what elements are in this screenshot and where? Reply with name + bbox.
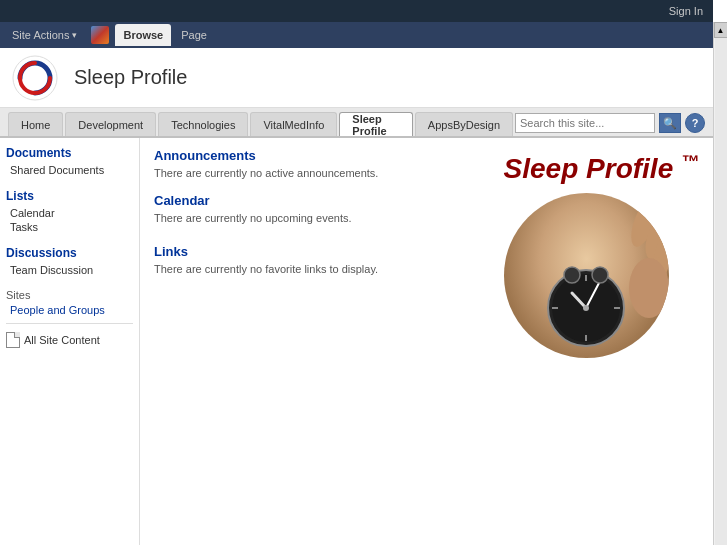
search-button[interactable]: 🔍 [659,113,681,133]
sidebar-people-groups[interactable]: People and Groups [6,303,133,317]
sidebar-discussions-title[interactable]: Discussions [6,246,133,260]
tab-home[interactable]: Home [8,112,63,136]
sidebar-calendar[interactable]: Calendar [6,206,133,220]
scrollbar[interactable]: ▲ ▼ [713,22,727,545]
page-tab[interactable]: Page [173,24,215,46]
calendar-title[interactable]: Calendar [154,193,494,208]
sidebar-shared-documents[interactable]: Shared Documents [6,163,133,177]
announcements-title[interactable]: Announcements [154,148,494,163]
browse-tab[interactable]: Browse [115,24,171,46]
site-logo-icon[interactable] [91,26,109,44]
tab-vitalmedinfo[interactable]: VitalMedInfo [250,112,337,136]
scroll-up-button[interactable]: ▲ [714,22,728,38]
site-actions-menu[interactable]: Site Actions [4,24,85,46]
svg-point-15 [564,267,580,283]
brand-title: Sleep Profile ™ [504,152,699,185]
tab-technologies[interactable]: Technologies [158,112,248,136]
site-logo [10,53,60,103]
help-button[interactable]: ? [685,113,705,133]
signin-button[interactable]: Sign In [669,5,703,17]
scroll-track [715,38,727,545]
sidebar-documents-title[interactable]: Documents [6,146,133,160]
search-input[interactable] [515,113,655,133]
help-icon: ? [692,117,699,129]
all-site-content-link[interactable]: All Site Content [6,332,133,348]
svg-point-5 [629,258,669,318]
sidebar-lists-title[interactable]: Lists [6,189,133,203]
document-icon [6,332,20,348]
links-text: There are currently no favorite links to… [154,263,494,275]
tab-development[interactable]: Development [65,112,156,136]
sidebar-tasks[interactable]: Tasks [6,220,133,234]
clock-image [504,193,669,358]
sidebar-sites-header: Sites [6,289,133,301]
search-icon: 🔍 [663,117,677,130]
announcements-text: There are currently no active announceme… [154,167,494,179]
sidebar-team-discussion[interactable]: Team Discussion [6,263,133,277]
tab-sleepprofile[interactable]: Sleep Profile [339,112,413,136]
site-title: Sleep Profile [74,66,187,89]
links-title[interactable]: Links [154,244,494,259]
svg-point-16 [592,267,608,283]
calendar-text: There are currently no upcoming events. [154,212,494,224]
tab-appsbydesign[interactable]: AppsByDesign [415,112,513,136]
svg-point-14 [583,305,589,311]
hand-silhouette [504,193,669,358]
